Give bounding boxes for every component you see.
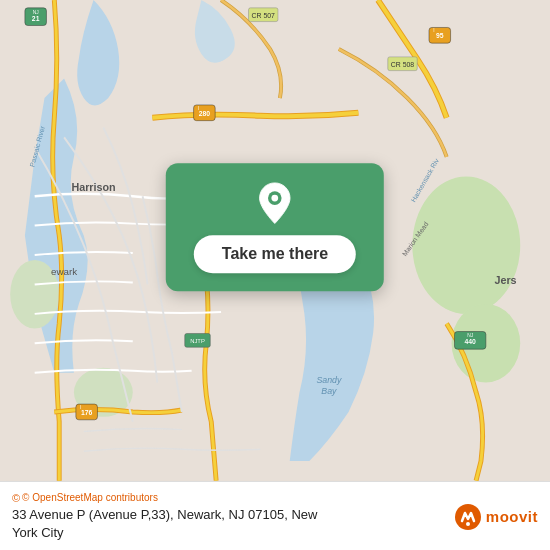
svg-point-39 xyxy=(466,522,470,526)
svg-point-1 xyxy=(412,177,520,314)
svg-text:440: 440 xyxy=(464,338,476,345)
moovit-text: moovit xyxy=(486,508,538,525)
svg-text:Harrison: Harrison xyxy=(71,181,115,193)
map-container: 280 I 95 I CR 507 CR 508 NJ 21 NJTP NJTP… xyxy=(0,0,550,481)
svg-text:CR 507: CR 507 xyxy=(252,12,275,19)
moovit-icon xyxy=(454,503,482,531)
location-card: Take me there xyxy=(166,164,384,292)
svg-text:NJTP: NJTP xyxy=(190,338,205,344)
svg-text:ewark: ewark xyxy=(51,266,77,277)
info-left: © © OpenStreetMap contributors 33 Avenue… xyxy=(12,492,444,542)
svg-text:Bay: Bay xyxy=(321,386,337,396)
svg-text:Jers: Jers xyxy=(494,274,516,286)
svg-text:21: 21 xyxy=(32,15,40,22)
address-line2: York City xyxy=(12,525,64,540)
address-line1: 33 Avenue P (Avenue P,33), Newark, NJ 07… xyxy=(12,507,317,522)
moovit-logo[interactable]: moovit xyxy=(454,503,538,531)
svg-text:CR 508: CR 508 xyxy=(391,61,414,68)
osm-attribution[interactable]: © © OpenStreetMap contributors xyxy=(12,492,444,504)
app: 280 I 95 I CR 507 CR 508 NJ 21 NJTP NJTP… xyxy=(0,0,550,550)
svg-text:I: I xyxy=(198,106,199,111)
info-bar: © © OpenStreetMap contributors 33 Avenue… xyxy=(0,481,550,550)
svg-text:Sandy: Sandy xyxy=(316,375,342,385)
take-me-there-button[interactable]: Take me there xyxy=(194,236,356,274)
svg-text:I: I xyxy=(80,405,81,410)
osm-logo: © xyxy=(12,492,20,504)
svg-text:I: I xyxy=(433,28,434,33)
pin-icon xyxy=(253,182,297,226)
address-text: 33 Avenue P (Avenue P,33), Newark, NJ 07… xyxy=(12,506,444,542)
svg-text:95: 95 xyxy=(436,32,444,39)
svg-text:176: 176 xyxy=(81,409,93,416)
svg-point-37 xyxy=(272,195,279,202)
svg-text:280: 280 xyxy=(199,110,211,117)
osm-text: © OpenStreetMap contributors xyxy=(22,492,158,503)
